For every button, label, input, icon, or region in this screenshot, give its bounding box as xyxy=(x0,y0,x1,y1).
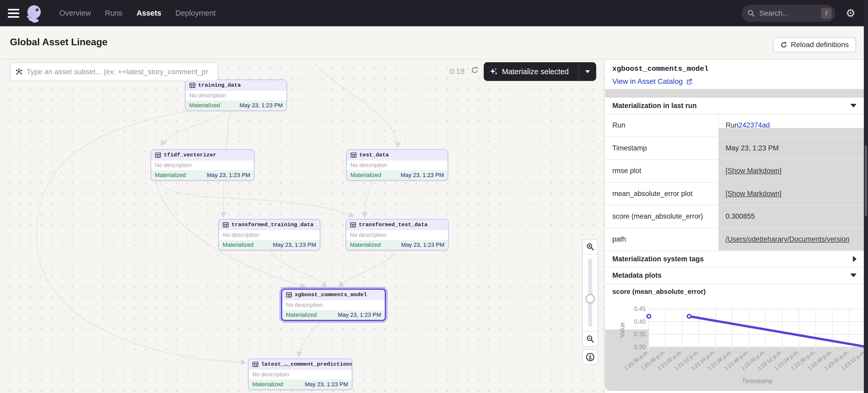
row-label: path xyxy=(605,228,719,251)
section-label: Materialization system tags xyxy=(612,255,704,263)
table-row: Timestamp May 23, 1:23 PM xyxy=(605,137,868,160)
search-input[interactable]: Search... / xyxy=(741,5,835,22)
edge-test-to-transformed-test xyxy=(365,180,372,217)
show-markdown-link[interactable]: [Show Markdown] xyxy=(725,167,781,175)
asset-name: training_data xyxy=(198,82,241,88)
nav-items: Overview Runs Assets Deployment xyxy=(59,9,216,18)
asset-details-panel: xgboost_comments_model View in Asset Cat… xyxy=(605,60,868,393)
refresh-timer: 0:18 xyxy=(450,67,464,76)
chevron-down-icon xyxy=(585,70,590,73)
materialized-date: May 23, 1:23 PM xyxy=(240,102,283,109)
asset-name: transformed_test_data xyxy=(359,222,428,228)
asset-node-tfidf-vectorizer[interactable]: tfidf_vectorizer No description Material… xyxy=(151,149,255,181)
top-nav: Overview Runs Assets Deployment Search..… xyxy=(0,0,868,26)
external-link-icon xyxy=(686,78,692,85)
section-label: Metadata plots xyxy=(612,271,661,280)
edge-training-to-tfidf xyxy=(161,110,227,145)
menu-icon[interactable] xyxy=(8,7,19,20)
scrollbar-thumb[interactable] xyxy=(865,145,867,216)
dagster-logo[interactable] xyxy=(24,3,44,24)
asset-description: No description xyxy=(151,160,254,170)
section-metadata-plots[interactable]: Metadata plots xyxy=(605,267,868,283)
asset-node-training-data[interactable]: training_data No description Materialize… xyxy=(185,79,287,111)
nav-item-assets[interactable]: Assets xyxy=(137,9,161,18)
asset-subset-input[interactable] xyxy=(27,68,213,76)
asset-description: No description xyxy=(249,369,352,380)
selection-band xyxy=(605,89,868,98)
asset-node-transformed-test-data[interactable]: transformed_test_data No description Mat… xyxy=(345,219,449,251)
status-badge: Materialized xyxy=(286,312,317,318)
lineage-graph-pane[interactable]: training_data No description Materialize… xyxy=(0,60,604,393)
svg-text:0.35: 0.35 xyxy=(634,331,646,337)
asset-node-latest-comment-predictions[interactable]: latest_…_comment_predictions No descript… xyxy=(248,358,352,390)
table-icon xyxy=(350,152,357,158)
row-value: Run 242374ad xyxy=(719,114,868,137)
asset-node-xgboost-comments-model[interactable]: xgboost_comments_model No description Ma… xyxy=(281,289,386,321)
zoom-slider-thumb[interactable] xyxy=(586,294,595,303)
path-link[interactable]: /Users/odetteharary/Documents/version xyxy=(725,235,849,243)
search-shortcut-key: / xyxy=(821,8,832,19)
row-label: Timestamp xyxy=(605,137,719,160)
materialized-date: May 23, 1:23 PM xyxy=(338,312,381,318)
nav-item-deployment[interactable]: Deployment xyxy=(176,9,216,18)
asset-node-test-data[interactable]: test_data No description MaterializedMay… xyxy=(346,149,448,181)
materialize-selected-button[interactable]: Materialize selected xyxy=(484,62,596,81)
table-row: score (mean_absolute_error) 0.300855 xyxy=(605,205,868,228)
page-scrollbar[interactable] xyxy=(864,0,868,393)
asset-node-transformed-training-data[interactable]: transformed_training_data No description… xyxy=(218,219,320,251)
section-materialization-last-run[interactable]: Materialization in last run xyxy=(605,98,868,114)
zoom-out-button[interactable] xyxy=(583,331,598,346)
search-icon xyxy=(747,9,755,17)
chevron-right-icon xyxy=(853,256,857,262)
gear-icon[interactable]: ⚙ xyxy=(846,8,856,19)
metadata-plot-chart: 1:20:36 p.m.1:20:48 p.m.1:21:00 p.m.1:21… xyxy=(605,299,868,393)
view-in-asset-catalog-link[interactable]: View in Asset Catalog xyxy=(612,77,692,86)
table-icon xyxy=(252,361,258,367)
edge-tfidf-to-transformed-test xyxy=(159,180,353,216)
zoom-slider-track[interactable] xyxy=(588,259,592,327)
refresh-icon xyxy=(780,41,787,48)
row-value: May 23, 1:23 PM xyxy=(719,137,868,160)
materialized-date: May 23, 1:23 PM xyxy=(207,172,250,178)
page-title: Global Asset Lineage xyxy=(10,37,107,47)
status-badge: Materialized xyxy=(350,172,381,178)
row-label: score (mean_absolute_error) xyxy=(605,205,719,228)
table-icon xyxy=(155,152,161,158)
section-materialization-system-tags[interactable]: Materialization system tags xyxy=(605,251,868,267)
table-row: Run Run 242374ad xyxy=(605,114,868,137)
materialize-dropdown-button[interactable] xyxy=(579,70,596,73)
divider xyxy=(605,284,868,284)
metadata-plot-title: score (mean_absolute_error) xyxy=(612,288,706,296)
nav-item-runs[interactable]: Runs xyxy=(105,9,123,18)
graph-refresh-icon[interactable] xyxy=(471,66,479,75)
materialized-date: May 23, 1:23 PM xyxy=(401,241,444,248)
asset-description: No description xyxy=(347,160,447,170)
zoom-in-icon xyxy=(586,242,594,251)
asset-name: test_data xyxy=(359,152,389,158)
row-label: Run xyxy=(605,114,719,137)
run-id-link[interactable]: 242374ad xyxy=(739,121,770,129)
reload-definitions-label: Reload definitions xyxy=(791,41,849,49)
show-markdown-link[interactable]: [Show Markdown] xyxy=(725,190,781,198)
asset-description: No description xyxy=(346,230,448,240)
section-label: Materialization in last run xyxy=(612,102,697,110)
asset-subset-filter[interactable] xyxy=(10,62,218,81)
asset-description: No description xyxy=(219,230,320,240)
materialize-selected-label: Materialize selected xyxy=(502,67,568,76)
nav-item-overview[interactable]: Overview xyxy=(59,9,91,18)
run-prefix: Run xyxy=(725,121,739,129)
zoom-controls xyxy=(582,239,598,347)
table-icon xyxy=(286,292,292,298)
sparkle-icon xyxy=(490,67,498,76)
asset-description: No description xyxy=(186,91,286,100)
download-graph-button[interactable] xyxy=(582,349,598,365)
panel-asset-name: xgboost_comments_model xyxy=(612,65,709,73)
svg-text:0.40: 0.40 xyxy=(634,318,646,325)
asset-graph-icon xyxy=(15,68,23,76)
materialized-date: May 23, 1:23 PM xyxy=(401,172,444,178)
zoom-in-button[interactable] xyxy=(583,239,598,255)
reload-definitions-button[interactable]: Reload definitions xyxy=(773,37,856,52)
svg-text:Value: Value xyxy=(619,322,626,338)
asset-name: latest_…_comment_predictions xyxy=(261,361,352,367)
table-icon xyxy=(223,222,229,228)
